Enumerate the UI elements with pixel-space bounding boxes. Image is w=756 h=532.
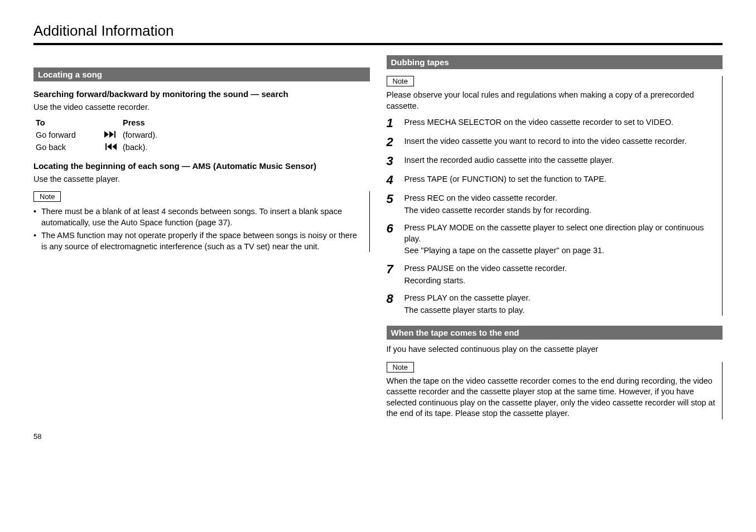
section-header-dubbing: Dubbing tapes xyxy=(387,55,723,69)
press-table: To Press Go forward (forward). Go back xyxy=(33,117,370,153)
section-header-tape-end: When the tape comes to the end xyxy=(387,326,723,340)
step-number: 3 xyxy=(387,155,399,167)
step-number: 8 xyxy=(387,293,399,316)
step-sub: Recording starts. xyxy=(405,275,717,287)
tape-end-note-text: When the tape on the video cassette reco… xyxy=(387,376,717,419)
prev-track-icon xyxy=(104,143,117,150)
right-column: Dubbing tapes Note Please observe your l… xyxy=(387,55,723,429)
table-header-press: Press xyxy=(121,117,370,129)
dubbing-note-text: Please observe your local rules and regu… xyxy=(387,90,717,112)
step-number: 6 xyxy=(387,223,399,257)
next-track-icon xyxy=(104,131,117,138)
note-label: Note xyxy=(33,191,61,202)
step-sub: The cassette player starts to play. xyxy=(405,305,717,316)
step-number: 1 xyxy=(387,117,399,129)
page-title: Additional Information xyxy=(33,22,723,40)
step-body: Press REC on the video cassette recorder… xyxy=(405,193,717,216)
page-number: 58 xyxy=(33,432,41,441)
step-item: 8 Press PLAY on the cassette player. The… xyxy=(387,293,717,316)
section-header-locating: Locating a song xyxy=(33,67,370,81)
note-label: Note xyxy=(387,76,414,86)
step-body: Press PLAY on the cassette player. The c… xyxy=(405,293,717,316)
cell-go-forward: Go forward xyxy=(33,129,100,141)
step-sub: The video cassette recorder stands by fo… xyxy=(405,205,717,216)
step-number: 4 xyxy=(387,174,399,186)
step-item: 5 Press REC on the video cassette record… xyxy=(387,193,717,216)
note-box-right-top: Note Please observe your local rules and… xyxy=(387,76,723,316)
step-item: 4 Press TAPE (or FUNCTION) to set the fu… xyxy=(387,174,717,186)
note-box-right-bottom: Note When the tape on the video cassette… xyxy=(387,362,723,419)
cell-back-label: (back). xyxy=(121,141,370,153)
ams-text: Use the cassette player. xyxy=(33,174,370,185)
tape-end-body: If you have selected continuous play on … xyxy=(387,344,723,355)
note-box-left: Note There must be a blank of at least 4… xyxy=(33,191,370,252)
horizontal-rule xyxy=(33,43,723,45)
table-row: Go forward (forward). xyxy=(33,129,370,141)
step-body: Insert the recorded audio cassette into … xyxy=(405,155,717,167)
step-sub: See "Playing a tape on the cassette play… xyxy=(405,245,717,257)
step-item: 6 Press PLAY MODE on the cassette player… xyxy=(387,223,717,257)
step-item: 2 Insert the video cassette you want to … xyxy=(387,136,717,148)
note-item: The AMS function may not operate properl… xyxy=(33,230,364,252)
step-body: Insert the video cassette you want to re… xyxy=(405,136,717,148)
step-body: Press PAUSE on the video cassette record… xyxy=(405,263,717,286)
step-number: 2 xyxy=(387,136,399,148)
step-number: 7 xyxy=(387,263,399,286)
note-item: There must be a blank of at least 4 seco… xyxy=(33,206,364,228)
cell-go-back: Go back xyxy=(33,141,100,153)
step-body: Press PLAY MODE on the cassette player t… xyxy=(405,223,717,257)
table-row: Go back (back). xyxy=(33,141,370,153)
step-body: Press MECHA SELECTOR on the video casset… xyxy=(405,117,717,129)
left-column: Locating a song Searching forward/backwa… xyxy=(33,55,370,429)
step-item: 3 Insert the recorded audio cassette int… xyxy=(387,155,717,167)
steps-list: 1 Press MECHA SELECTOR on the video cass… xyxy=(387,117,717,316)
subheading-search: Searching forward/backward by monitoring… xyxy=(33,89,370,99)
subheading-ams: Locating the beginning of each song — AM… xyxy=(33,161,370,171)
table-header-to: To xyxy=(33,117,100,129)
step-number: 5 xyxy=(387,193,399,216)
step-item: 1 Press MECHA SELECTOR on the video cass… xyxy=(387,117,717,129)
step-body: Press TAPE (or FUNCTION) to set the func… xyxy=(405,174,717,186)
step-item: 7 Press PAUSE on the video cassette reco… xyxy=(387,263,717,286)
search-text: Use the video cassette recorder. xyxy=(33,102,370,113)
cell-forward-label: (forward). xyxy=(121,129,370,141)
note-label: Note xyxy=(387,362,414,373)
